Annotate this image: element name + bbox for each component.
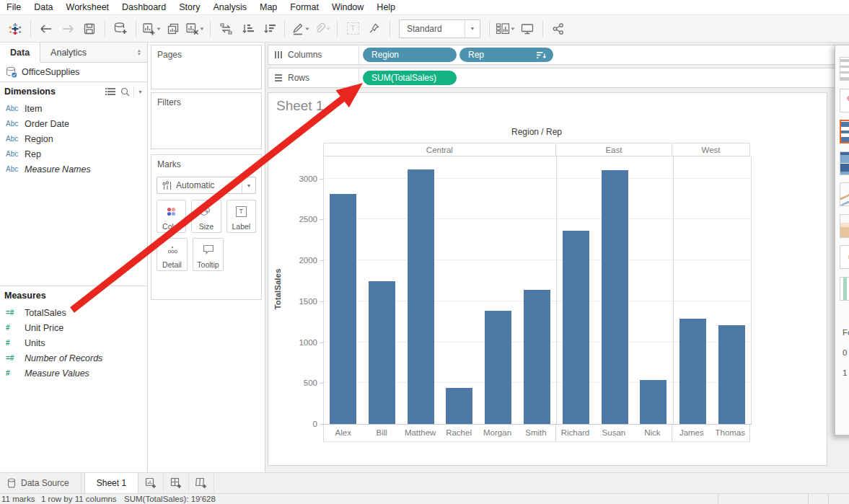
menu-item-dashboard[interactable]: Dashboard <box>115 2 172 12</box>
tab-analytics[interactable]: Analytics <box>40 43 131 62</box>
category-label-rachel[interactable]: Rachel <box>439 425 478 441</box>
show-me-text-table-thumbnail[interactable] <box>840 57 849 81</box>
sheet-title[interactable]: Sheet 1 <box>276 98 324 114</box>
category-label-thomas[interactable]: Thomas <box>711 425 749 441</box>
menu-item-file[interactable]: File <box>0 2 27 12</box>
menu-item-window[interactable]: Window <box>325 2 370 12</box>
filters-card[interactable]: Filters <box>151 92 262 149</box>
bar-matthew[interactable] <box>408 169 434 424</box>
sort-ascending-button[interactable] <box>238 19 257 39</box>
label-button[interactable]: T Label <box>226 200 256 233</box>
category-label-nick[interactable]: Nick <box>633 425 672 441</box>
show-me-greens-thumbnail[interactable] <box>840 277 849 301</box>
bar-smith[interactable] <box>524 290 550 424</box>
size-button[interactable]: Size <box>191 200 221 233</box>
duplicate-button[interactable] <box>164 19 182 39</box>
pill-region[interactable]: Region <box>363 48 457 62</box>
fix-axes-button[interactable] <box>365 19 384 39</box>
search-icon[interactable] <box>120 87 130 97</box>
category-label-morgan[interactable]: Morgan <box>478 425 516 441</box>
presentation-mode-button[interactable] <box>518 19 537 39</box>
view-list-icon[interactable] <box>105 87 115 96</box>
new-worksheet-button[interactable]: ▼ <box>142 19 161 39</box>
detail-button[interactable]: Detail <box>157 238 188 271</box>
sheet-tab-active[interactable]: Sheet 1 <box>84 473 138 493</box>
bar-alex[interactable] <box>330 194 356 424</box>
fit-selector[interactable]: Standard▼ <box>399 19 480 38</box>
pane-collapse-icon[interactable]: ▲▼ <box>131 43 147 62</box>
columns-shelf[interactable]: Columns RegionRep <box>268 45 836 65</box>
tableau-logo-button[interactable] <box>6 19 25 39</box>
swap-rows-columns-button[interactable] <box>216 19 235 39</box>
column-field-header[interactable]: Region / Rep <box>323 127 750 137</box>
new-story-tab-button[interactable] <box>189 473 214 493</box>
dropdown-caret-icon[interactable]: ▼ <box>510 27 516 31</box>
pill-sum-totalsales-[interactable]: SUM(TotalSales) <box>363 71 457 85</box>
field-measure-values[interactable]: #Measure Values <box>0 366 147 381</box>
menu-item-data[interactable]: Data <box>27 2 59 12</box>
pill-rep[interactable]: Rep <box>459 48 553 62</box>
text-label-button[interactable]: T <box>343 19 362 39</box>
tooltip-button[interactable]: Tooltip <box>193 238 224 271</box>
bar-morgan[interactable] <box>485 311 511 424</box>
bar-thomas[interactable] <box>718 325 745 424</box>
pane-header-east[interactable]: East <box>555 143 672 156</box>
field-rep[interactable]: AbcRep <box>0 146 147 162</box>
menu-item-story[interactable]: Story <box>172 2 206 12</box>
undo-button[interactable] <box>37 19 56 39</box>
bar-susan[interactable] <box>602 170 628 424</box>
paperclip-button[interactable]: ▼ <box>312 19 331 39</box>
category-label-susan[interactable]: Susan <box>594 425 633 441</box>
new-worksheet-tab-button[interactable] <box>138 473 164 493</box>
data-source-tab[interactable]: Data Source <box>0 473 82 493</box>
show-me-horizontal-bars-thumbnail[interactable] <box>840 120 849 143</box>
field-number-of-records[interactable]: =#Number of Records <box>0 350 147 366</box>
field-item[interactable]: AbcItem <box>0 101 147 116</box>
show-me-symbol-map-thumbnail[interactable] <box>840 89 849 112</box>
fit-selector-caret-icon[interactable]: ▼ <box>465 20 480 37</box>
category-label-alex[interactable]: Alex <box>324 425 362 441</box>
sort-descending-button[interactable] <box>260 19 278 39</box>
bar-richard[interactable] <box>563 231 589 424</box>
color-button[interactable]: Color <box>157 200 186 233</box>
show-me-lines-thumbnail[interactable] <box>840 182 849 206</box>
bar-james[interactable] <box>679 319 706 424</box>
clear-sheet-button[interactable]: ▼ <box>185 19 204 39</box>
category-label-bill[interactable]: Bill <box>362 425 400 441</box>
category-label-matthew[interactable]: Matthew <box>401 425 439 441</box>
tab-data[interactable]: Data <box>0 43 40 63</box>
menu-item-help[interactable]: Help <box>370 2 402 12</box>
share-button[interactable] <box>549 19 568 39</box>
show-me-treemap-thumbnail[interactable] <box>840 151 849 175</box>
category-label-james[interactable]: James <box>672 425 711 441</box>
field-units[interactable]: #Units <box>0 335 147 350</box>
mark-type-dropdown[interactable]: Automatic ▼ <box>157 177 256 194</box>
datasource-item[interactable]: OfficeSupplies <box>0 63 147 81</box>
dropdown-caret-icon[interactable]: ▼ <box>325 27 330 31</box>
field-order-date[interactable]: AbcOrder Date <box>0 116 147 131</box>
category-label-smith[interactable]: Smith <box>516 425 555 441</box>
menu-item-map[interactable]: Map <box>253 2 283 12</box>
redo-button[interactable] <box>58 19 77 39</box>
bar-nick[interactable] <box>640 380 667 424</box>
pages-card[interactable]: Pages <box>151 45 262 89</box>
field-measure-names[interactable]: AbcMeasure Names <box>0 162 147 177</box>
new-dashboard-tab-button[interactable] <box>164 473 189 493</box>
show-hide-cards-button[interactable]: ▼ <box>496 19 515 39</box>
bar-bill[interactable] <box>369 281 395 424</box>
category-label-richard[interactable]: Richard <box>556 425 594 441</box>
pane-header-central[interactable]: Central <box>324 143 555 156</box>
bar-rachel[interactable] <box>446 388 472 424</box>
save-button[interactable] <box>80 19 99 39</box>
new-datasource-button[interactable] <box>111 19 130 39</box>
show-me-area-thumbnail[interactable] <box>840 214 849 238</box>
mark-type-caret-icon[interactable]: ▼ <box>242 177 255 193</box>
rows-shelf[interactable]: Rows SUM(TotalSales) <box>268 68 836 88</box>
sort-descending-icon[interactable] <box>537 51 546 59</box>
menu-item-analysis[interactable]: Analysis <box>206 2 253 12</box>
show-me-circles-thumbnail[interactable] <box>840 245 849 269</box>
field-region[interactable]: AbcRegion <box>0 131 147 146</box>
pane-header-west[interactable]: West <box>672 143 749 156</box>
dropdown-caret-icon[interactable]: ▼ <box>156 27 162 31</box>
highlight-button[interactable]: ▼ <box>291 19 309 39</box>
